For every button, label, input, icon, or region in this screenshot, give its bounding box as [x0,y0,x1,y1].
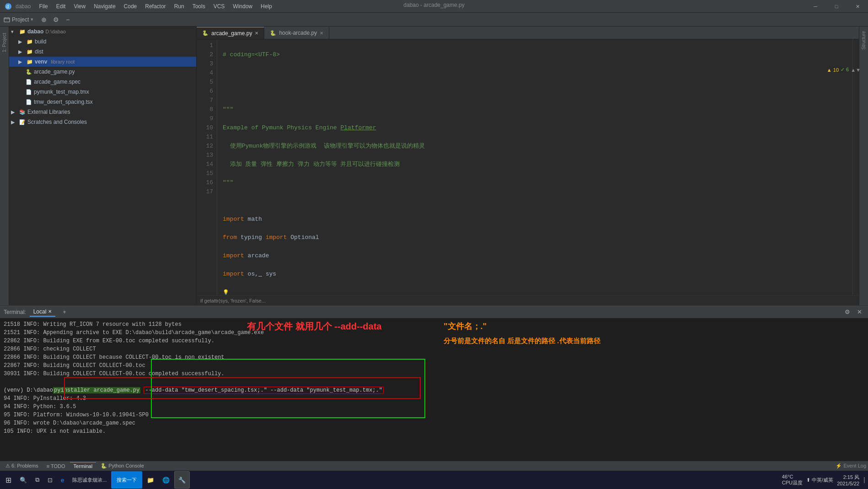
problems-tab[interactable]: ⚠ 6: Problems [2,462,42,470]
terminal-line: 22866 INFO: Building COLLECT because COL… [4,353,864,361]
terminal-line: 95 INFO: Platform: Windows-10-10.0.19041… [4,411,864,419]
tree-scratches[interactable]: ▶ 📝 Scratches and Consoles [9,117,196,127]
folder-task[interactable]: 📁 [143,471,158,489]
menu-file[interactable]: File [35,2,51,11]
maximize-button[interactable]: □ [826,0,847,13]
terminal-line: 22867 INFO: Building COLLECT COLLECT-00.… [4,361,864,370]
terminal-line: 105 INFO: UPX is not available. [4,427,864,436]
search-task[interactable]: 搜索一下 [111,471,142,489]
terminal-line: 21521 INFO: Appending archive to EXE D:\… [4,329,864,337]
editor-scrollbar[interactable] [852,39,859,295]
editor-tabs: 🐍 arcade_game.py ✕ 🐍 hook-arcade.py ✕ [197,27,859,39]
close-button[interactable]: ✕ [847,0,868,13]
hint-text: if getattr(sys, 'frozen', False... [200,298,266,303]
todo-tab[interactable]: ≡ TODO [43,462,69,470]
menu-window[interactable]: Window [229,2,256,11]
tab-arcade-game[interactable]: 🐍 arcade_game.py ✕ [197,27,264,39]
terminal-line: 30931 INFO: Building COLLECT COLLECT-00.… [4,370,864,378]
tab-py-icon: 🐍 [202,30,209,36]
tab-hook-icon: 🐍 [270,30,276,36]
clock[interactable]: 2:15 风 2021/5/22 [837,474,859,486]
terminal-tab-add[interactable]: + [59,308,70,316]
menu-code[interactable]: Code [120,2,141,11]
terminal-toolbar: ⚙ ✕ [842,307,864,317]
project-dropdown-icon[interactable]: ▾ [31,16,33,22]
start-button[interactable]: ⊞ [2,471,15,489]
tree-dist[interactable]: ▶ 📁 dist [9,47,196,57]
tree-arcade-game-py[interactable]: 🐍 arcade_game.py [9,67,196,77]
task1[interactable]: 陈思诚拿烟浓... [69,471,110,489]
tray-icons[interactable]: ⬆ 中英/威英 [806,477,833,484]
toolbar2: Project ▾ ⊕ ⚙ − Add Configuration _ ▶ 🐛 … [0,13,868,27]
show-desktop-btn[interactable]: │ [863,477,866,483]
jetbrains-task[interactable]: 🔧 [174,471,190,489]
menu-navigate[interactable]: Navigate [90,2,119,11]
tab-label-hook: hook-arcade.py [279,30,317,36]
tree-external-libs[interactable]: ▶ 📚 External Libraries [9,107,196,117]
settings-btn[interactable]: ⚙ [51,15,61,25]
menu-vcs[interactable]: VCS [210,2,229,11]
minimize-button[interactable]: ─ [805,0,826,13]
warning-count: ▲ 10 [827,67,839,73]
terminal-line: 94 INFO: PyInstaller: 4.3 [4,394,864,403]
tree-build[interactable]: ▶ 📁 build [9,37,196,47]
project-name-label: dabao [16,3,31,10]
editor-content[interactable]: 1234 5678 9101112 13141516 17 # coding=<… [197,39,859,295]
menu-help[interactable]: Help [257,2,276,11]
multitasking-button[interactable]: ⊡ [44,471,56,489]
hint-bar: if getattr(sys, 'frozen', False... [197,295,859,305]
root-expand-icon: ▾ [11,29,17,35]
terminal-area: Terminal: Local ✕ + ⚙ ✕ 21518 INFO: Writ… [0,305,868,461]
event-log-btn[interactable]: ⚡ Event Log [836,463,866,469]
terminal-line: 22866 INFO: checking COLLECT [4,345,864,353]
editor-area: 🐍 arcade_game.py ✕ 🐍 hook-arcade.py ✕ ▲ … [197,27,859,305]
terminal-tab-local[interactable]: Local ✕ [30,308,56,317]
project-panel-label: Project ▾ [4,16,33,23]
terminal-line: 22862 INFO: Building EXE from EXE-00.toc… [4,337,864,345]
python-console-tab[interactable]: 🐍 Python Console [97,462,148,470]
tab-close-arcade[interactable]: ✕ [255,31,258,36]
tree-root[interactable]: ▾ 📁 dabao D:\dabao [9,27,196,37]
sync-btn[interactable]: ⊕ [39,15,49,25]
bottom-tabs-bar: ⚠ 6: Problems ≡ TODO Terminal 🐍 Python C… [0,461,868,471]
taskbar: ⊞ 🔍 ⧉ ⊡ e 陈思诚拿烟浓... 搜索一下 📁 🌐 🔧 46°CCPU温度… [0,471,868,489]
structure-btn[interactable]: Structure [861,31,866,50]
terminal-line: 94 INFO: Python: 3.6.5 [4,403,864,411]
system-tray: 46°CCPU温度 ⬆ 中英/威英 2:15 风 2021/5/22 │ [782,474,866,486]
terminal-content[interactable]: 21518 INFO: Writing RT_ICON 7 resource w… [0,319,868,461]
menu-view[interactable]: View [70,2,89,11]
check-count: ✓ 6 [841,67,849,73]
chrome-task[interactable]: 🌐 [159,471,173,489]
editor-indicators: ▲ 10 ✓ 6 ▲▼ [827,67,861,73]
window-title: dabao - arcade_game.py [403,2,464,8]
menu-edit[interactable]: Edit [53,2,70,11]
tab-hook-arcade[interactable]: 🐍 hook-arcade.py ✕ [264,27,329,39]
tree-venv[interactable]: ▶ 📁 venv library root [9,57,196,67]
collapse-btn[interactable]: − [63,15,73,25]
task-view-button[interactable]: ⧉ [32,471,43,489]
menu-run[interactable]: Run [171,2,188,11]
ie-button[interactable]: e [57,471,68,489]
tree-arcade-game-spec[interactable]: 📄 arcade_game.spec [9,77,196,87]
code-editor[interactable]: # coding=<UTF-8> """ Example of Pymunk P… [217,39,852,295]
tree-pymunk-test[interactable]: 📄 pymunk_test_map.tmx [9,87,196,97]
sidebar-project-btn[interactable]: 1: Project [2,33,7,52]
tab-close-hook[interactable]: ✕ [320,31,323,36]
menu-bar: d dabao File Edit View Navigate Code Ref… [0,0,868,13]
root-path: D:\dabao [45,29,66,34]
terminal-command-line: (venv) D:\dabaopyinstaller arcade_game.p… [4,386,864,394]
tab-label-arcade: arcade_game.py [211,30,252,37]
menu-refactor[interactable]: Refactor [141,2,169,11]
root-folder-icon: 📁 [19,29,26,35]
terminal-close-btn[interactable]: ✕ [854,307,864,317]
tree-tmw[interactable]: 📄 tmw_desert_spacing.tsx [9,97,196,107]
terminal-tab-bottom[interactable]: Terminal [70,462,96,470]
expand-icon[interactable]: ▲▼ [851,67,861,73]
terminal-line [4,378,864,386]
terminal-settings-btn[interactable]: ⚙ [842,307,852,317]
terminal-header: Terminal: Local ✕ + ⚙ ✕ [0,306,868,319]
search-button[interactable]: 🔍 [16,471,31,489]
menu-tools[interactable]: Tools [189,2,209,11]
terminal-line: 21518 INFO: Writing RT_ICON 7 resource w… [4,320,864,329]
terminal-tab-close[interactable]: ✕ [48,309,52,314]
